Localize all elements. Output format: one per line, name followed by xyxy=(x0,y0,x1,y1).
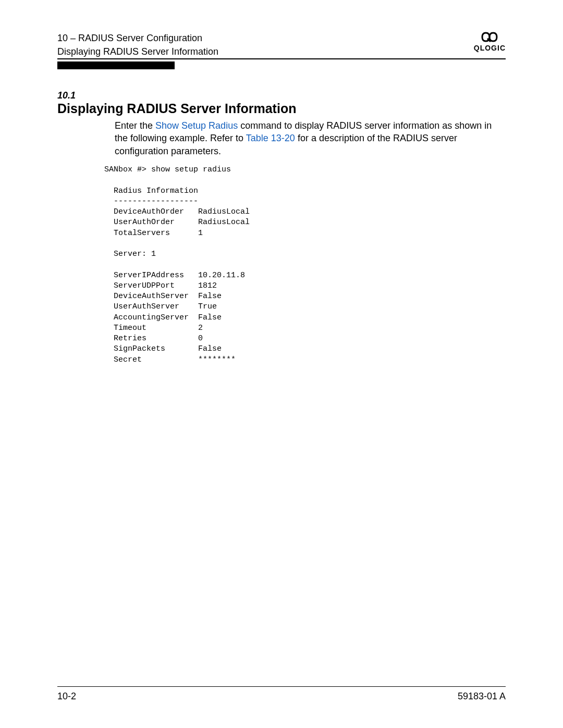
body-paragraph: Enter the Show Setup Radius command to d… xyxy=(115,119,506,157)
footer-docnum: 59183-01 A xyxy=(458,691,506,702)
body-text-1: Enter the xyxy=(115,120,155,131)
footer-rule xyxy=(57,686,506,687)
link-table-13-20[interactable]: Table 13-20 xyxy=(246,133,295,143)
code-block: SANbox #> show setup radius Radius Infor… xyxy=(104,165,506,365)
header-line1: 10 – RADIUS Server Configuration xyxy=(57,31,218,45)
header-rule xyxy=(57,58,506,59)
header-text: 10 – RADIUS Server Configuration Display… xyxy=(57,31,218,58)
link-show-setup-radius[interactable]: Show Setup Radius xyxy=(155,120,238,131)
header-line2: Displaying RADIUS Server Information xyxy=(57,45,218,58)
qlogic-icon xyxy=(480,31,499,43)
section-title: Displaying RADIUS Server Information xyxy=(57,101,506,116)
section-number: 10.1 xyxy=(57,90,506,101)
logo: QLOGIC xyxy=(474,31,506,52)
header-blackbar xyxy=(57,61,506,69)
logo-text: QLOGIC xyxy=(474,44,506,52)
footer-page: 10-2 xyxy=(57,691,76,702)
